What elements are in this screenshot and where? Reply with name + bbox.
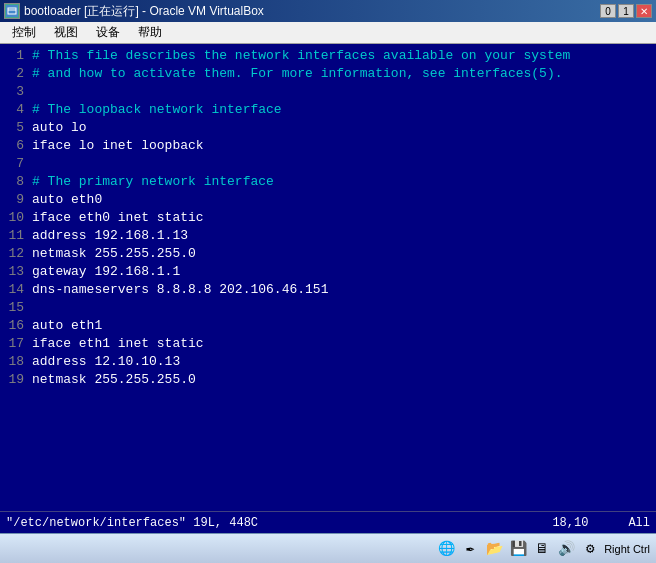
- terminal-line: 19netmask 255.255.255.0: [0, 370, 656, 388]
- close-button[interactable]: ✕: [636, 4, 652, 18]
- line-number: 10: [0, 210, 24, 225]
- line-number: 3: [0, 84, 24, 99]
- minimize-button[interactable]: 0: [600, 4, 616, 18]
- line-content: auto eth1: [32, 318, 102, 333]
- menu-help[interactable]: 帮助: [130, 22, 170, 43]
- line-content: # The loopback network interface: [32, 102, 282, 117]
- terminal-line: 2# and how to activate them. For more in…: [0, 64, 656, 82]
- taskbar-speaker-icon[interactable]: 🔊: [556, 539, 576, 559]
- terminal-line: 16auto eth1: [0, 316, 656, 334]
- line-content: dns-nameservers 8.8.8.8 202.106.46.151: [32, 282, 328, 297]
- line-content: iface lo inet loopback: [32, 138, 204, 153]
- line-number: 11: [0, 228, 24, 243]
- terminal-line: 14dns-nameservers 8.8.8.8 202.106.46.151: [0, 280, 656, 298]
- terminal-line: 9auto eth0: [0, 190, 656, 208]
- line-content: iface eth1 inet static: [32, 336, 204, 351]
- terminal-line: 18address 12.10.10.13: [0, 352, 656, 370]
- right-ctrl-label: Right Ctrl: [604, 543, 650, 555]
- window-title: bootloader [正在运行] - Oracle VM VirtualBox: [24, 3, 264, 20]
- line-content: auto eth0: [32, 192, 102, 207]
- line-number: 4: [0, 102, 24, 117]
- terminal-line: 13gateway 192.168.1.1: [0, 262, 656, 280]
- taskbar: 🌐 ✒️ 📂 💾 🖥 🔊 ⚙ Right Ctrl: [0, 533, 656, 563]
- line-content: iface eth0 inet static: [32, 210, 204, 225]
- terminal-line: 6iface lo inet loopback: [0, 136, 656, 154]
- taskbar-gear-icon[interactable]: ⚙: [580, 539, 600, 559]
- line-content: # This file describes the network interf…: [32, 48, 570, 63]
- taskbar-globe-icon[interactable]: 🌐: [436, 539, 456, 559]
- terminal-line: 17iface eth1 inet static: [0, 334, 656, 352]
- title-bar: bootloader [正在运行] - Oracle VM VirtualBox…: [0, 0, 656, 22]
- terminal-line: 15: [0, 298, 656, 316]
- title-buttons: 0 1 ✕: [600, 4, 652, 18]
- line-content: netmask 255.255.255.0: [32, 372, 196, 387]
- line-number: 7: [0, 156, 24, 171]
- line-number: 12: [0, 246, 24, 261]
- taskbar-save-icon[interactable]: 💾: [508, 539, 528, 559]
- terminal-line: 10iface eth0 inet static: [0, 208, 656, 226]
- terminal-line: 3: [0, 82, 656, 100]
- line-number: 8: [0, 174, 24, 189]
- line-content: netmask 255.255.255.0: [32, 246, 196, 261]
- line-number: 15: [0, 300, 24, 315]
- terminal-line: 1# This file describes the network inter…: [0, 46, 656, 64]
- status-position: 18,10: [552, 516, 588, 530]
- terminal-line: 8# The primary network interface: [0, 172, 656, 190]
- line-content: address 192.168.1.13: [32, 228, 188, 243]
- status-view: All: [628, 516, 650, 530]
- status-right: 18,10 All: [552, 516, 650, 530]
- menu-bar: 控制 视图 设备 帮助: [0, 22, 656, 44]
- status-file-info: "/etc/network/interfaces" 19L, 448C: [6, 516, 258, 530]
- line-number: 1: [0, 48, 24, 63]
- line-content: # and how to activate them. For more inf…: [32, 66, 563, 81]
- terminal-line: 12netmask 255.255.255.0: [0, 244, 656, 262]
- app-icon: [4, 3, 20, 19]
- line-number: 18: [0, 354, 24, 369]
- taskbar-folder-icon[interactable]: 📂: [484, 539, 504, 559]
- line-number: 2: [0, 66, 24, 81]
- line-content: auto lo: [32, 120, 87, 135]
- restore-button[interactable]: 1: [618, 4, 634, 18]
- line-content: address 12.10.10.13: [32, 354, 180, 369]
- taskbar-pencil-icon[interactable]: ✒️: [460, 539, 480, 559]
- line-number: 19: [0, 372, 24, 387]
- line-number: 17: [0, 336, 24, 351]
- terminal-line: 4# The loopback network interface: [0, 100, 656, 118]
- terminal-line: 5auto lo: [0, 118, 656, 136]
- line-number: 6: [0, 138, 24, 153]
- taskbar-monitor-icon[interactable]: 🖥: [532, 539, 552, 559]
- terminal-area[interactable]: 1# This file describes the network inter…: [0, 44, 656, 511]
- line-number: 5: [0, 120, 24, 135]
- line-content: # The primary network interface: [32, 174, 274, 189]
- line-number: 13: [0, 264, 24, 279]
- terminal-line: 7: [0, 154, 656, 172]
- line-content: gateway 192.168.1.1: [32, 264, 180, 279]
- title-bar-left: bootloader [正在运行] - Oracle VM VirtualBox: [4, 3, 264, 20]
- line-number: 14: [0, 282, 24, 297]
- menu-view[interactable]: 视图: [46, 22, 86, 43]
- terminal-line: 11address 192.168.1.13: [0, 226, 656, 244]
- menu-device[interactable]: 设备: [88, 22, 128, 43]
- status-bar: "/etc/network/interfaces" 19L, 448C 18,1…: [0, 511, 656, 533]
- menu-control[interactable]: 控制: [4, 22, 44, 43]
- line-number: 9: [0, 192, 24, 207]
- line-number: 16: [0, 318, 24, 333]
